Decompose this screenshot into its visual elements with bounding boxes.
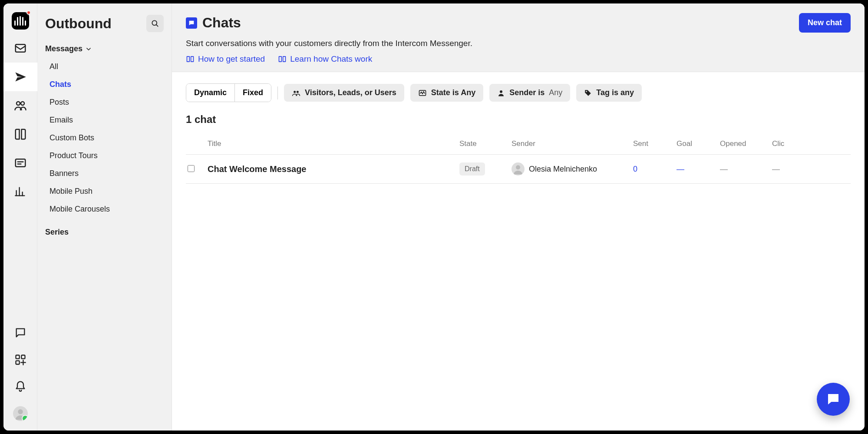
- sidebar-item-banners[interactable]: Banners: [42, 165, 172, 182]
- table-header: Title State Sender Sent Goal Opened Clic: [186, 133, 851, 155]
- col-sent[interactable]: Sent: [633, 139, 677, 148]
- col-state[interactable]: State: [459, 139, 512, 148]
- sidebar-item-posts[interactable]: Posts: [42, 93, 172, 111]
- filter-bar: Dynamic Fixed Visitors, Leads, or Users …: [186, 83, 851, 102]
- logo-button[interactable]: [3, 8, 37, 34]
- people-icon: [292, 89, 300, 97]
- svg-point-1: [17, 102, 20, 105]
- book-open-icon: [186, 55, 195, 63]
- help-link-learn-chats[interactable]: Learn how Chats work: [278, 54, 372, 64]
- message-icon: [14, 327, 26, 339]
- svg-rect-10: [16, 355, 19, 359]
- help-link-label: Learn how Chats work: [290, 54, 372, 64]
- messenger-icon: [825, 391, 841, 407]
- app-rail: [3, 3, 37, 431]
- chats-table: Title State Sender Sent Goal Opened Clic…: [186, 133, 851, 184]
- nav-operator[interactable]: [3, 149, 37, 177]
- nav-apps[interactable]: [3, 346, 37, 373]
- result-count: 1 chat: [186, 113, 851, 126]
- main-area: Chats New chat Start conversations with …: [172, 3, 865, 431]
- nav-contacts[interactable]: [3, 91, 37, 120]
- svg-point-19: [297, 91, 299, 93]
- apps-icon: [14, 354, 26, 366]
- messenger-launcher[interactable]: [817, 383, 850, 416]
- book-icon: [14, 128, 27, 141]
- filter-audience[interactable]: Visitors, Leads, or Users: [284, 84, 404, 102]
- help-link-label: How to get started: [198, 54, 265, 64]
- nav-profile[interactable]: [3, 400, 37, 427]
- segment-control: Dynamic Fixed: [186, 83, 271, 102]
- svg-point-22: [586, 91, 587, 92]
- col-opened[interactable]: Opened: [720, 139, 772, 148]
- search-icon: [151, 19, 159, 28]
- news-icon: [14, 156, 27, 169]
- col-sender[interactable]: Sender: [512, 139, 633, 148]
- people-icon: [14, 99, 27, 112]
- row-checkbox[interactable]: [188, 165, 195, 172]
- person-icon: [497, 89, 505, 97]
- col-clicked[interactable]: Clic: [772, 139, 815, 148]
- help-link-get-started[interactable]: How to get started: [186, 54, 265, 64]
- opened-value: —: [720, 165, 772, 174]
- messages-group-toggle[interactable]: Messages: [37, 43, 172, 58]
- segment-fixed[interactable]: Fixed: [234, 84, 271, 102]
- col-goal[interactable]: Goal: [677, 139, 720, 148]
- messages-group-label: Messages: [45, 44, 83, 53]
- table-row[interactable]: Chat Welcome Message Draft Olesia Melnic…: [186, 155, 851, 184]
- col-title[interactable]: Title: [208, 139, 459, 148]
- chat-icon: [186, 17, 197, 29]
- sidebar-item-emails[interactable]: Emails: [42, 111, 172, 129]
- sidebar-item-chats[interactable]: Chats: [42, 76, 172, 93]
- page-title: Chats: [202, 15, 241, 31]
- nav-reports[interactable]: [3, 177, 37, 206]
- clicked-value: —: [772, 165, 815, 174]
- row-title: Chat Welcome Message: [208, 164, 459, 174]
- svg-rect-0: [15, 44, 25, 52]
- svg-point-15: [18, 409, 23, 414]
- sidebar-item-push[interactable]: Mobile Push: [42, 182, 172, 200]
- sidebar-item-tours[interactable]: Product Tours: [42, 147, 172, 165]
- svg-rect-3: [15, 159, 25, 167]
- svg-rect-11: [21, 355, 25, 359]
- inbox-icon: [14, 42, 27, 55]
- filter-sender[interactable]: Sender is Any: [489, 84, 570, 102]
- svg-line-17: [156, 25, 158, 27]
- svg-rect-12: [16, 361, 19, 364]
- bell-icon: [14, 381, 26, 393]
- nav-inbox[interactable]: [3, 34, 37, 63]
- send-icon: [14, 71, 26, 83]
- segment-dynamic[interactable]: Dynamic: [186, 84, 234, 102]
- svg-point-18: [294, 91, 296, 93]
- sent-count[interactable]: 0: [633, 165, 677, 174]
- filter-tag[interactable]: Tag is any: [576, 84, 642, 102]
- nav-outbound[interactable]: [3, 63, 37, 91]
- goal-value: —: [677, 165, 720, 174]
- tag-icon: [584, 89, 592, 97]
- svg-point-2: [21, 102, 24, 105]
- search-button[interactable]: [146, 15, 164, 32]
- chevron-down-icon: [85, 46, 92, 53]
- filter-state[interactable]: State is Any: [410, 84, 483, 102]
- filter-label: Sender is: [509, 88, 545, 97]
- nav-articles[interactable]: [3, 120, 37, 149]
- intercom-logo-icon: [12, 12, 29, 30]
- sidebar-item-carousels[interactable]: Mobile Carousels: [42, 200, 172, 218]
- filter-label: Visitors, Leads, or Users: [305, 88, 396, 97]
- state-badge: Draft: [459, 162, 485, 176]
- nav-notifications[interactable]: [3, 373, 37, 400]
- sidebar-series[interactable]: Series: [37, 218, 172, 241]
- sender-avatar-icon: [512, 162, 525, 176]
- svg-point-21: [500, 90, 502, 93]
- sidebar-item-all[interactable]: All: [42, 58, 172, 76]
- divider: [277, 86, 278, 99]
- filter-label: State is Any: [431, 88, 475, 97]
- bar-chart-icon: [14, 186, 26, 198]
- secondary-sidebar: Outbound Messages All Chats Posts Emails…: [37, 3, 172, 431]
- page-header: Chats New chat Start conversations with …: [172, 3, 865, 72]
- nav-messenger[interactable]: [3, 319, 37, 346]
- filter-value: Any: [549, 88, 562, 97]
- workspace-title: Outbound: [45, 16, 112, 32]
- new-chat-button[interactable]: New chat: [799, 13, 851, 33]
- sidebar-item-custombots[interactable]: Custom Bots: [42, 129, 172, 147]
- filter-label: Tag is any: [596, 88, 634, 97]
